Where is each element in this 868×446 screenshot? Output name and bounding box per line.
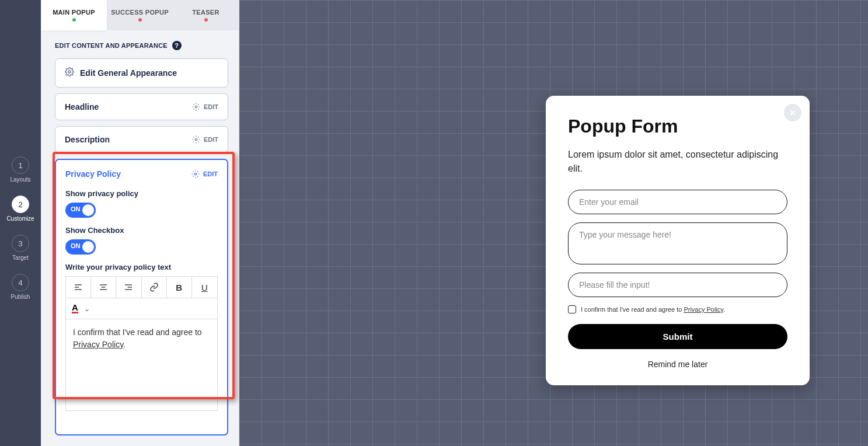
edit-label: EDIT (203, 170, 218, 177)
card-general-appearance[interactable]: Edit General Appearance (55, 58, 228, 88)
step-number: 2 (12, 196, 29, 213)
card-title: Description (65, 135, 110, 144)
align-center-button[interactable] (91, 277, 116, 298)
consent-checkbox[interactable] (568, 305, 576, 313)
svg-point-0 (68, 71, 71, 73)
tab-label: SUCCESS POPUP (111, 9, 169, 16)
consent-prefix: I confirm that I've read and agree to (581, 306, 684, 313)
label-show-privacy: Show privacy policy (65, 189, 218, 198)
popup-description: Lorem ipsum dolor sit amet, consectetur … (568, 148, 787, 176)
step-number: 4 (12, 274, 29, 291)
edit-label: EDIT (204, 103, 218, 110)
gear-icon (192, 103, 200, 111)
card-title: Headline (65, 102, 99, 112)
tab-status-dot (72, 18, 76, 22)
edit-action[interactable]: EDIT (192, 135, 218, 144)
step-number: 3 (12, 235, 29, 252)
popup-preview: Popup Form Lorem ipsum dolor sit amet, c… (546, 96, 810, 385)
gear-icon (192, 135, 200, 144)
step-publish[interactable]: 4 Publish (11, 274, 30, 300)
gear-icon (191, 170, 200, 178)
step-layouts[interactable]: 1 Layouts (10, 156, 30, 183)
link-button[interactable] (142, 277, 167, 298)
card-title: Edit General Appearance (80, 68, 177, 78)
message-input[interactable]: Type your message here! (568, 222, 787, 264)
toggle-show-checkbox[interactable]: ON (65, 239, 96, 255)
svg-point-1 (195, 106, 197, 108)
tab-status-dot (204, 18, 208, 22)
bold-button[interactable]: B (167, 277, 192, 298)
step-target[interactable]: 3 Target (12, 235, 29, 261)
rte-toolbar-row2: A ⌄ (65, 298, 218, 319)
privacy-policy-link[interactable]: Privacy Policy (73, 340, 123, 349)
tab-teaser[interactable]: TEASER (173, 0, 239, 30)
privacy-text-prefix: I confirm that I've read and agree to (73, 327, 202, 337)
card-description[interactable]: Description EDIT (55, 126, 228, 153)
svg-point-2 (195, 138, 197, 141)
tab-main-popup[interactable]: MAIN POPUP (41, 0, 107, 30)
email-input[interactable]: Enter your email (568, 190, 787, 214)
submit-button[interactable]: Submit (568, 324, 787, 349)
privacy-text-suffix: . (123, 340, 126, 349)
underline-button[interactable]: U (192, 277, 217, 298)
toggle-knob (82, 241, 94, 253)
close-icon (789, 109, 797, 117)
close-button[interactable] (784, 104, 801, 121)
align-right-button[interactable] (116, 277, 141, 298)
editor-panel: MAIN POPUP SUCCESS POPUP TEASER EDIT CON… (41, 0, 239, 446)
tab-status-dot (138, 18, 142, 22)
consent-row: I confirm that I've read and agree to Pr… (568, 305, 787, 313)
privacy-text-editor[interactable]: I confirm that I've read and agree to Pr… (65, 319, 218, 411)
toggle-on-text: ON (71, 205, 81, 212)
help-icon[interactable]: ? (172, 41, 182, 50)
toggle-show-privacy[interactable]: ON (65, 203, 96, 218)
remind-later-link[interactable]: Remind me later (568, 360, 787, 369)
consent-suffix: . (723, 306, 725, 313)
text-color-button[interactable]: A (72, 304, 78, 313)
step-label: Customize (6, 215, 34, 222)
tab-label: MAIN POPUP (53, 9, 95, 16)
panel-tabs: MAIN POPUP SUCCESS POPUP TEASER (41, 0, 239, 30)
section-label-text: EDIT CONTENT AND APPEARANCE (55, 42, 168, 49)
privacy-title: Privacy Policy (65, 169, 121, 179)
section-label: EDIT CONTENT AND APPEARANCE ? (55, 41, 228, 50)
consent-privacy-link[interactable]: Privacy Policy (684, 306, 723, 313)
popup-title: Popup Form (568, 116, 787, 137)
preview-canvas: Popup Form Lorem ipsum dolor sit amet, c… (239, 0, 868, 446)
align-left-button[interactable] (66, 277, 91, 298)
edit-label: EDIT (204, 136, 218, 143)
step-label: Publish (11, 294, 30, 300)
step-label: Target (12, 255, 29, 261)
generic-input[interactable]: Please fill the input! (568, 273, 787, 297)
label-write-policy: Write your privacy policy text (65, 263, 218, 271)
rte-toolbar: B U (65, 276, 218, 298)
tab-label: TEASER (192, 9, 219, 16)
toggle-on-text: ON (71, 242, 81, 249)
svg-point-3 (194, 173, 197, 175)
steps-sidebar: 1 Layouts 2 Customize 3 Target 4 Publish (0, 0, 41, 446)
toggle-knob (82, 204, 94, 216)
card-headline[interactable]: Headline EDIT (55, 93, 228, 120)
card-privacy-policy: Privacy Policy EDIT Show privacy policy … (55, 159, 228, 435)
step-label: Layouts (10, 176, 30, 183)
gear-icon (65, 67, 74, 79)
label-show-checkbox: Show Checkbox (65, 226, 218, 235)
edit-action[interactable]: EDIT (191, 170, 218, 178)
step-number: 1 (12, 156, 29, 174)
tab-success-popup[interactable]: SUCCESS POPUP (107, 0, 173, 30)
panel-scroll[interactable]: EDIT CONTENT AND APPEARANCE ? Edit Gener… (41, 30, 239, 446)
step-customize[interactable]: 2 Customize (6, 196, 34, 222)
chevron-down-icon[interactable]: ⌄ (84, 305, 90, 313)
privacy-header: Privacy Policy EDIT (65, 169, 218, 179)
edit-action[interactable]: EDIT (192, 103, 218, 111)
